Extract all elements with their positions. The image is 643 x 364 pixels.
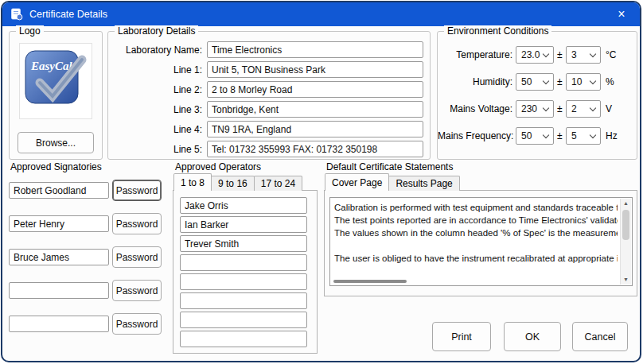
- laboratory-details-label: Laboratory Details: [115, 25, 198, 37]
- default-certificate-statements-label: Default Certificate Statements: [326, 161, 453, 172]
- lab-name-input[interactable]: [207, 41, 423, 58]
- chevron-down-icon: [543, 51, 549, 57]
- operator-input-4[interactable]: [180, 254, 307, 271]
- mains-frequency-value-combo[interactable]: 50: [516, 127, 554, 145]
- password-button-3[interactable]: Password: [112, 246, 162, 268]
- lab-line3-input[interactable]: [207, 101, 423, 118]
- browse-button[interactable]: Browse...: [18, 132, 94, 153]
- operator-input-7[interactable]: [180, 312, 307, 328]
- statements-text: Calibration is performed with test equip…: [334, 201, 618, 277]
- easycal-logo: EasyCal: [22, 48, 89, 114]
- close-icon[interactable]: ×: [613, 6, 630, 23]
- mains-voltage-unit: V: [606, 103, 612, 114]
- password-button-4[interactable]: Password: [112, 280, 162, 301]
- humidity-tolerance-combo[interactable]: 10: [566, 73, 601, 91]
- scroll-down-icon[interactable]: ▼: [621, 275, 631, 285]
- signatory-input-2[interactable]: [9, 215, 109, 232]
- chevron-down-icon: [590, 132, 596, 138]
- lab-line3-label: Line 3:: [108, 104, 202, 115]
- horizontal-scroll-thumb[interactable]: [333, 280, 407, 283]
- temperature-unit: °C: [606, 49, 616, 60]
- logo-image: EasyCal: [19, 43, 92, 119]
- environment-conditions-label: Environment Conditions: [444, 25, 551, 37]
- statements-tabs: Cover Page Results Page: [325, 173, 459, 191]
- statements-textarea[interactable]: Calibration is performed with test equip…: [329, 197, 633, 286]
- statement-line: The values shown in the column headed '%…: [334, 227, 618, 239]
- environment-conditions-group: Environment Conditions Temperature: 23.0…: [437, 31, 637, 160]
- operators-tabs: 1 to 8 9 to 16 17 to 24: [173, 173, 302, 191]
- operator-input-5[interactable]: [180, 273, 307, 290]
- tab-9-to-16[interactable]: 9 to 16: [211, 176, 255, 191]
- laboratory-details-group: Laboratory Details Laboratory Name: Line…: [107, 31, 431, 160]
- lab-line1-label: Line 1:: [108, 64, 202, 76]
- lab-line4-label: Line 4:: [108, 124, 202, 135]
- humidity-value-combo[interactable]: 50: [516, 73, 554, 91]
- cancel-button[interactable]: Cancel: [572, 322, 628, 351]
- mains-voltage-tolerance-combo[interactable]: 2: [566, 100, 601, 118]
- lab-line2-label: Line 2:: [108, 84, 202, 95]
- temperature-value-combo[interactable]: 23.0: [516, 46, 554, 64]
- password-button-1[interactable]: Password: [112, 180, 162, 201]
- titlebar[interactable]: Certificate Details ×: [2, 2, 640, 26]
- chevron-down-icon: [590, 105, 596, 111]
- mains-voltage-label: Mains Voltage:: [438, 103, 512, 114]
- plus-minus-sign: ±: [557, 130, 563, 141]
- lab-line4-input[interactable]: [207, 121, 423, 137]
- tab-cover-page[interactable]: Cover Page: [325, 173, 389, 191]
- statement-line: [334, 239, 618, 252]
- mains-frequency-row: Mains Frequency: 50 ± 5 Hz: [438, 127, 637, 145]
- tab-1-to-8[interactable]: 1 to 8: [173, 173, 212, 191]
- logo-group-label: Logo: [16, 25, 44, 37]
- svg-text:EasyCal: EasyCal: [30, 60, 73, 72]
- plus-minus-sign: ±: [557, 49, 563, 60]
- mains-frequency-unit: Hz: [606, 130, 618, 141]
- signatory-input-1[interactable]: [9, 182, 109, 199]
- mains-frequency-label: Mains Frequency:: [438, 130, 512, 141]
- statement-line: Calibration is performed with test equip…: [334, 201, 618, 214]
- approved-signatories-label: Approved Signatories: [10, 161, 102, 172]
- chevron-down-icon: [590, 51, 596, 57]
- password-button-5[interactable]: Password: [112, 313, 162, 335]
- mains-voltage-row: Mains Voltage: 230 ± 2 V: [438, 100, 637, 118]
- lab-name-label: Laboratory Name:: [108, 45, 202, 56]
- tab-results-page[interactable]: Results Page: [388, 176, 459, 191]
- signatory-input-4[interactable]: [9, 282, 109, 299]
- lab-line5-input[interactable]: [207, 141, 423, 157]
- logo-group: Logo EasyCal Browse...: [9, 31, 103, 160]
- humidity-unit: %: [606, 76, 614, 87]
- humidity-label: Humidity:: [438, 76, 512, 87]
- lab-line2-input[interactable]: [207, 81, 423, 98]
- operator-input-8[interactable]: [180, 331, 307, 347]
- signatory-input-3[interactable]: [9, 249, 109, 265]
- mains-voltage-value-combo[interactable]: 230: [516, 100, 554, 118]
- tab-17-to-24[interactable]: 17 to 24: [254, 176, 302, 191]
- chevron-down-icon: [543, 132, 549, 138]
- operator-input-6[interactable]: [180, 292, 307, 309]
- print-button[interactable]: Print: [432, 322, 491, 351]
- window-title: Certificate Details: [29, 9, 107, 20]
- statements-panel: Calibration is performed with test equip…: [324, 190, 637, 296]
- ok-button[interactable]: OK: [504, 322, 561, 351]
- statement-line: The test points reported are in accordan…: [334, 214, 618, 227]
- operators-panel: [173, 190, 318, 354]
- operator-input-2[interactable]: [180, 216, 307, 233]
- mains-frequency-tolerance-combo[interactable]: 5: [566, 127, 601, 145]
- plus-minus-sign: ±: [557, 103, 563, 114]
- certificate-details-dialog: Certificate Details × Logo EasyCal Brows…: [1, 1, 641, 362]
- operator-input-1[interactable]: [180, 197, 307, 214]
- temperature-label: Temperature:: [438, 49, 512, 60]
- signatory-input-5[interactable]: [9, 316, 109, 332]
- chevron-down-icon: [543, 105, 549, 111]
- plus-minus-sign: ±: [557, 76, 563, 87]
- operator-input-3[interactable]: [180, 235, 307, 252]
- humidity-row: Humidity: 50 ± 10 %: [438, 73, 637, 91]
- lab-line5-label: Line 5:: [108, 144, 202, 155]
- scroll-up-icon[interactable]: ▲: [621, 199, 631, 208]
- lab-line1-input[interactable]: [207, 61, 423, 78]
- password-button-2[interactable]: Password: [112, 213, 162, 234]
- chevron-down-icon: [590, 78, 596, 84]
- temperature-tolerance-combo[interactable]: 3: [566, 46, 601, 64]
- vertical-scroll-thumb[interactable]: [622, 210, 629, 240]
- vertical-scrollbar[interactable]: ▲ ▼: [620, 199, 631, 285]
- certificate-icon: [10, 8, 23, 21]
